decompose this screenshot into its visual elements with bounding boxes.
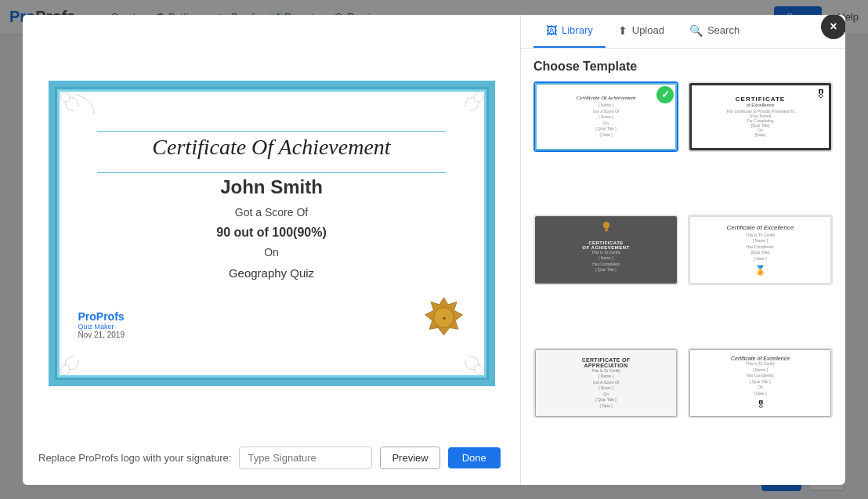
svg-point-0	[60, 92, 70, 102]
template-card-2[interactable]: CERTIFICATE of Excellence This Certifica…	[688, 81, 833, 152]
search-icon: 🔍	[689, 24, 703, 37]
tab-upload[interactable]: ⬆ Upload	[606, 15, 677, 48]
template-thumb-4: Certificate of Excellence This Is To Cer…	[689, 216, 831, 284]
cert-logo-sub: Quiz Maker	[78, 323, 114, 331]
left-panel: Certificate Of Achievement John Smith Go…	[23, 15, 520, 485]
svg-point-3	[474, 365, 483, 374]
template-thumb-5: CERTIFICATE OFAPPRECIATION This Is To Ce…	[535, 349, 677, 417]
certificate-preview: Certificate Of Achievement John Smith Go…	[38, 31, 505, 437]
cert-logo: ProProfs Quiz Maker Nov 21, 2019	[78, 310, 125, 339]
close-button[interactable]: ×	[821, 15, 845, 39]
upload-icon: ⬆	[618, 24, 627, 37]
modal-dialog: ×	[23, 15, 845, 485]
cert-line-top	[97, 131, 446, 132]
preview-button[interactable]: Preview	[380, 447, 439, 469]
right-panel: 🖼 Library ⬆ Upload 🔍 Search Choose Templ…	[520, 15, 845, 485]
tabs-row: 🖼 Library ⬆ Upload 🔍 Search	[521, 15, 845, 49]
library-icon: 🖼	[546, 24, 557, 37]
signature-label: Replace ProProfs logo with your signatur…	[38, 452, 231, 464]
svg-text:✦: ✦	[441, 315, 446, 322]
template-card-3[interactable]: CERTIFICATEOF ACHIEVEMENT This Is To Cer…	[533, 215, 678, 285]
certificate-quiz: Geography Quiz	[229, 262, 314, 284]
template-heading: Choose Template	[521, 49, 845, 81]
template-card-1[interactable]: Certificate Of Achievement [ Name ]Got a…	[533, 81, 678, 152]
certificate-on: On	[264, 243, 279, 262]
cert-logo-text: ProProfs	[78, 310, 125, 323]
selected-check-badge: ✓	[656, 86, 674, 103]
certificate-bottom: ProProfs Quiz Maker Nov 21, 2019 ✦	[78, 296, 465, 339]
template-thumb-2: CERTIFICATE of Excellence This Certifica…	[689, 83, 831, 150]
svg-rect-8	[605, 227, 607, 231]
template-grid: Certificate Of Achievement [ Name ]Got a…	[521, 81, 845, 485]
corner-tr	[446, 91, 485, 130]
certificate-name: John Smith	[220, 176, 323, 198]
template-thumb-1: Certificate Of Achievement [ Name ]Got a…	[535, 83, 677, 150]
signature-row: Replace ProProfs logo with your signatur…	[38, 437, 505, 469]
corner-br	[446, 337, 485, 376]
corner-bl	[59, 337, 98, 376]
template-card-5[interactable]: CERTIFICATE OFAPPRECIATION This Is To Ce…	[533, 348, 678, 418]
corner-tl	[59, 91, 98, 130]
modal-overlay: ×	[0, 0, 868, 499]
certificate-title: Certificate Of Achievement	[152, 135, 390, 160]
certificate-score: 90 out of 100(90%)	[216, 226, 326, 240]
template-thumb-3: CERTIFICATEOF ACHIEVEMENT This Is To Cer…	[535, 216, 677, 284]
certificate: Certificate Of Achievement John Smith Go…	[49, 81, 495, 386]
done-button[interactable]: Done	[448, 447, 501, 468]
tab-search[interactable]: 🔍 Search	[677, 15, 752, 48]
svg-point-1	[474, 92, 483, 102]
template-thumb-6: Certificate of Excellence This Is To Cer…	[689, 349, 831, 417]
signature-input[interactable]	[239, 447, 372, 469]
tab-library[interactable]: 🖼 Library	[533, 15, 606, 48]
certificate-got-score: Got a Score Of	[235, 203, 308, 222]
svg-point-2	[60, 365, 70, 374]
template-card-6[interactable]: Certificate of Excellence This Is To Cer…	[688, 348, 833, 418]
template-card-4[interactable]: Certificate of Excellence This Is To Cer…	[688, 215, 833, 285]
gold-seal: ✦	[422, 296, 465, 339]
cert-line-bottom	[97, 172, 446, 173]
